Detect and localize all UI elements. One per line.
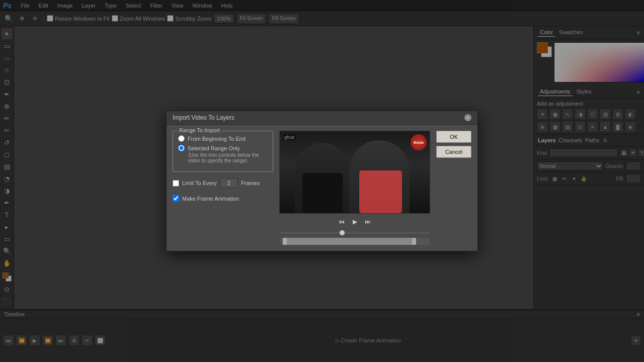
make-frame-animation-checkbox[interactable] (173, 195, 179, 202)
radio-from-beginning-label: From Beginning To End (188, 136, 246, 142)
range-group-legend: Range To Import (177, 127, 222, 133)
shirt-right (359, 170, 402, 213)
video-preview-section: gfcat Bomb ⏮ ▶ ⏭ (279, 131, 430, 245)
radio-from-beginning[interactable]: From Beginning To End (178, 135, 268, 142)
video-watermark: Bomb (411, 134, 427, 150)
dialog-body: Range To Import From Beginning To End Se… (167, 125, 477, 251)
video-step-forward-btn[interactable]: ⏭ (363, 217, 372, 226)
trim-selection (285, 238, 415, 245)
frames-label: Frames (241, 180, 260, 186)
ok-button[interactable]: OK (436, 131, 471, 143)
shirt-left (302, 173, 343, 213)
video-controls-row: ⏮ ▶ ⏭ (279, 216, 430, 228)
video-step-back-btn[interactable]: ⏮ (337, 217, 346, 226)
trim-handle-right[interactable] (412, 238, 416, 245)
limit-label: Limit To Every (182, 180, 217, 186)
video-play-btn[interactable]: ▶ (350, 217, 359, 226)
range-to-import-group: Range To Import From Beginning To End Se… (173, 131, 273, 172)
scrubber-thumb[interactable] (340, 230, 345, 235)
radio-selected-range[interactable]: Selected Range Only (178, 145, 268, 151)
trim-bar[interactable] (280, 238, 429, 245)
dialog-action-buttons: OK Cancel (436, 131, 471, 245)
dialog-close-btn[interactable]: × (464, 114, 471, 121)
radio-selected-range-hint: (Use the trim controls below the video t… (188, 152, 268, 163)
fake-video-content: gfcat Bomb (280, 131, 430, 213)
import-video-dialog: Import Video To Layers × Range To Import… (166, 111, 478, 251)
make-frame-animation-row: Make Frame Animation (173, 195, 273, 202)
limit-value-input[interactable] (220, 178, 238, 188)
limit-checkbox[interactable] (173, 180, 179, 187)
limit-row: Limit To Every Frames (173, 178, 273, 188)
video-preview: gfcat Bomb (279, 131, 430, 214)
dialog-title-bar: Import Video To Layers × (167, 111, 477, 125)
cancel-button[interactable]: Cancel (436, 146, 471, 158)
trim-handle-left[interactable] (283, 238, 287, 245)
dialog-options: Range To Import From Beginning To End Se… (173, 131, 273, 245)
scrubber-track[interactable] (279, 232, 430, 234)
dialog-title: Import Video To Layers (173, 114, 234, 121)
video-scrubber-bar (279, 230, 430, 236)
radio-selected-range-label: Selected Range Only (188, 145, 240, 151)
make-frame-animation-label: Make Frame Animation (182, 196, 239, 202)
video-logo: gfcat (283, 134, 296, 140)
dialog-overlay: Import Video To Layers × Range To Import… (0, 0, 644, 362)
